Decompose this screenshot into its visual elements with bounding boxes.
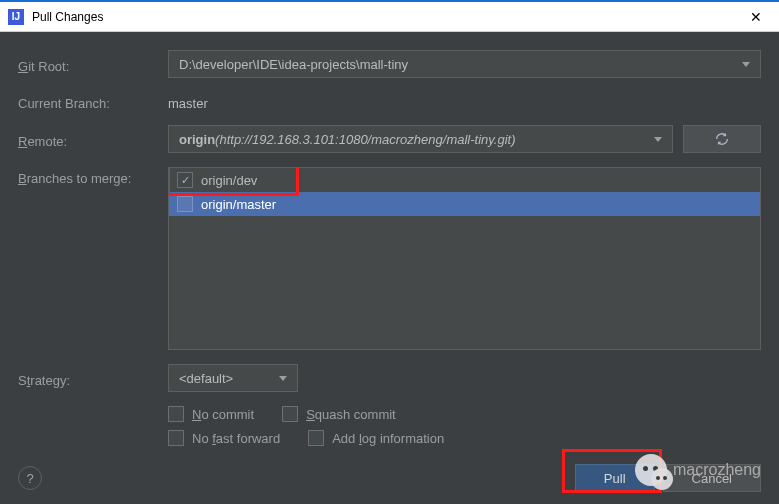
branches-listbox[interactable]: origin/dev origin/master [168,167,761,350]
chevron-down-icon [654,137,662,142]
strategy-label: Strategy: [18,369,168,388]
current-branch-label: Current Branch: [18,92,168,111]
checkbox-icon [308,430,324,446]
strategy-combo[interactable]: <default> [168,364,298,392]
git-root-label: Git Root: [18,55,168,74]
branch-label: origin/dev [201,173,257,188]
window-title: Pull Changes [32,10,103,24]
list-item[interactable]: origin/master [169,192,760,216]
branches-label: Branches to merge: [18,167,168,186]
remote-value: origin(http://192.168.3.101:1080/macrozh… [179,132,516,147]
checkbox-icon [282,406,298,422]
checkbox-icon [168,430,184,446]
checkbox-icon[interactable] [177,172,193,188]
strategy-value: <default> [179,371,233,386]
current-branch-value: master [168,92,208,111]
no-commit-checkbox[interactable]: No commit [168,406,254,422]
add-log-checkbox[interactable]: Add log information [308,430,444,446]
branch-label: origin/master [201,197,276,212]
checkbox-icon [168,406,184,422]
cancel-button[interactable]: Cancel [663,464,761,492]
chevron-down-icon [742,62,750,67]
titlebar: IJ Pull Changes ✕ [0,2,779,32]
help-button[interactable]: ? [18,466,42,490]
git-root-combo[interactable]: D:\developer\IDE\idea-projects\mall-tiny [168,50,761,78]
list-item[interactable]: origin/dev [169,168,760,192]
app-icon: IJ [8,9,24,25]
git-root-value: D:\developer\IDE\idea-projects\mall-tiny [179,57,408,72]
chevron-down-icon [279,376,287,381]
checkbox-icon[interactable] [177,196,193,212]
refresh-button[interactable] [683,125,761,153]
refresh-icon [714,131,730,147]
pull-button[interactable]: Pull [575,464,655,492]
squash-checkbox[interactable]: Squash commit [282,406,396,422]
close-icon[interactable]: ✕ [741,9,771,25]
remote-label: Remote: [18,130,168,149]
no-ff-checkbox[interactable]: No fast forward [168,430,280,446]
remote-combo[interactable]: origin(http://192.168.3.101:1080/macrozh… [168,125,673,153]
